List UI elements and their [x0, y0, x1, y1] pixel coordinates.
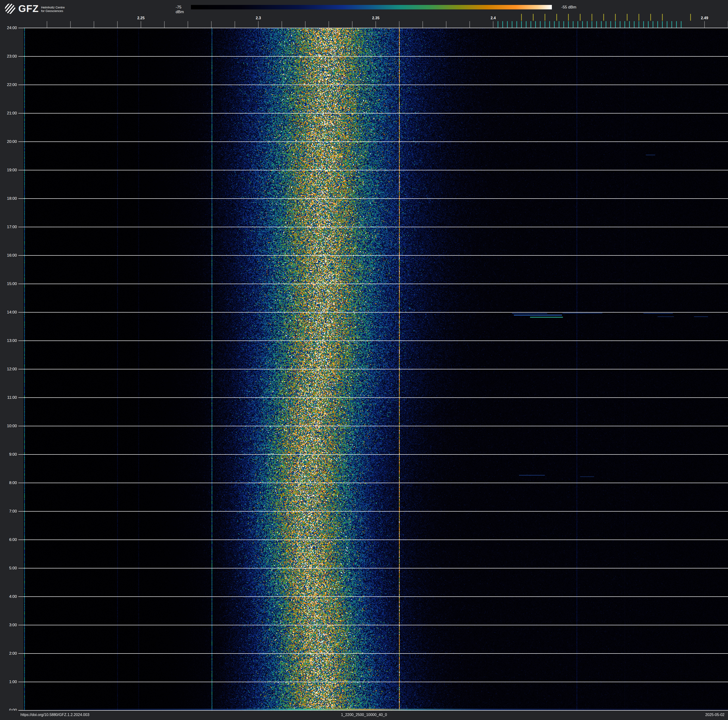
wifi-channel-tick	[662, 14, 663, 21]
frequency-tick	[47, 21, 47, 28]
frequency-tick-label: 2.4	[491, 16, 496, 20]
hour-label: 23:00	[0, 54, 17, 59]
hour-tick	[18, 454, 23, 455]
hour-tick	[18, 28, 23, 28]
colorbar-max-label: -55 dBm	[561, 5, 576, 10]
hour-label: 20:00	[0, 139, 17, 144]
hour-label: 24:00	[0, 26, 17, 30]
ble-channel-tick	[643, 21, 644, 28]
signal-event	[658, 316, 674, 317]
hour-tick	[18, 511, 23, 512]
frequency-tick-label: 2.35	[372, 16, 379, 20]
hour-gridline	[23, 84, 728, 85]
signal-event	[530, 317, 563, 318]
hour-gridline	[23, 454, 728, 455]
ble-channel-tick	[582, 21, 583, 28]
hour-tick	[18, 340, 23, 341]
signal-event	[519, 475, 545, 476]
hour-tick	[18, 539, 23, 540]
hour-gridline	[23, 369, 728, 369]
ble-channel-tick	[531, 21, 531, 28]
dataset-id: 1_2200_2500_10000_40_0	[0, 713, 728, 717]
hour-gridline	[23, 227, 728, 227]
wifi-channel-tick	[690, 14, 691, 21]
ble-channel-tick	[507, 21, 508, 28]
hour-tick	[18, 483, 23, 483]
frequency-tick	[329, 21, 329, 28]
hour-label: 16:00	[0, 253, 17, 258]
hour-label: 8:00	[0, 481, 17, 485]
frequency-tick	[188, 21, 188, 28]
frequency-tick-label: 2.49	[701, 16, 708, 20]
ble-channel-tick	[563, 21, 564, 28]
ble-channel-tick	[620, 21, 621, 28]
ble-channel-tick	[606, 21, 606, 28]
frequency-tick	[94, 21, 94, 28]
ble-channel-tick	[521, 21, 522, 28]
frequency-tick	[446, 21, 447, 28]
hour-gridline	[23, 56, 728, 57]
frequency-tick	[352, 21, 352, 28]
hour-gridline	[23, 170, 728, 170]
hour-gridline	[23, 653, 728, 654]
ble-channel-tick	[549, 21, 550, 28]
hour-tick	[18, 682, 23, 682]
ble-channel-tick	[629, 21, 630, 28]
hour-label: 7:00	[0, 509, 17, 514]
wifi-channel-tick	[568, 14, 569, 21]
ble-channel-tick	[681, 21, 682, 28]
colorbar-gradient	[191, 5, 552, 9]
wifi-channel-tick	[556, 14, 557, 21]
ble-channel-tick	[540, 21, 541, 28]
hour-label: 6:00	[0, 538, 17, 542]
wifi-channel-tick	[544, 14, 545, 21]
ble-channel-tick	[671, 21, 672, 28]
ble-channel-tick	[554, 21, 555, 28]
wifi-channel-tick	[650, 14, 651, 21]
hour-label: 11:00	[0, 395, 17, 400]
frequency-tick	[376, 21, 376, 28]
hour-label: 19:00	[0, 168, 17, 173]
ble-channel-tick	[653, 21, 653, 28]
frequency-tick	[141, 21, 141, 28]
ble-channel-tick	[676, 21, 677, 28]
hour-gridline	[23, 255, 728, 256]
frequency-tick	[235, 21, 235, 28]
date-label: 2025-05-02	[705, 713, 725, 717]
page: { "header": { "brand": {"name": "GFZ", "…	[0, 0, 728, 720]
wifi-channel-tick	[627, 14, 627, 21]
signal-event	[646, 155, 655, 155]
hour-tick	[18, 625, 23, 625]
ble-channel-tick	[512, 21, 512, 28]
hour-label: 4:00	[0, 594, 17, 599]
frequency-tick	[70, 21, 71, 28]
ble-channel-tick	[610, 21, 611, 28]
ble-channel-tick	[648, 21, 648, 28]
frequency-tick	[164, 21, 165, 28]
hour-gridline	[23, 511, 728, 512]
hour-tick	[18, 397, 23, 398]
frequency-tick	[305, 21, 306, 28]
colorbar-min-label: -75 dBm	[176, 5, 187, 14]
ble-channel-tick	[498, 21, 498, 28]
wifi-channel-tick	[521, 14, 522, 21]
hour-gridline	[23, 397, 728, 398]
ble-channel-tick	[601, 21, 602, 28]
signal-event	[644, 313, 673, 314]
ble-channel-tick	[634, 21, 635, 28]
gfz-logo: GFZ Helmholtz Centre for Geosciences	[5, 3, 64, 14]
hour-tick	[18, 653, 23, 654]
hour-label: 2:00	[0, 651, 17, 656]
hour-tick	[18, 141, 23, 142]
brand-subtitle: Helmholtz Centre for Geosciences	[41, 6, 64, 13]
ble-channel-tick	[535, 21, 536, 28]
wifi-channel-tick	[615, 14, 616, 21]
hour-label: 18:00	[0, 196, 17, 201]
signal-event	[514, 315, 562, 316]
frequency-tick-label: 2.25	[137, 16, 144, 20]
wifi-channel-tick	[592, 14, 592, 21]
hour-gridline	[23, 483, 728, 483]
ble-channel-tick	[568, 21, 569, 28]
hour-gridline	[23, 596, 728, 597]
hour-gridline	[23, 625, 728, 625]
